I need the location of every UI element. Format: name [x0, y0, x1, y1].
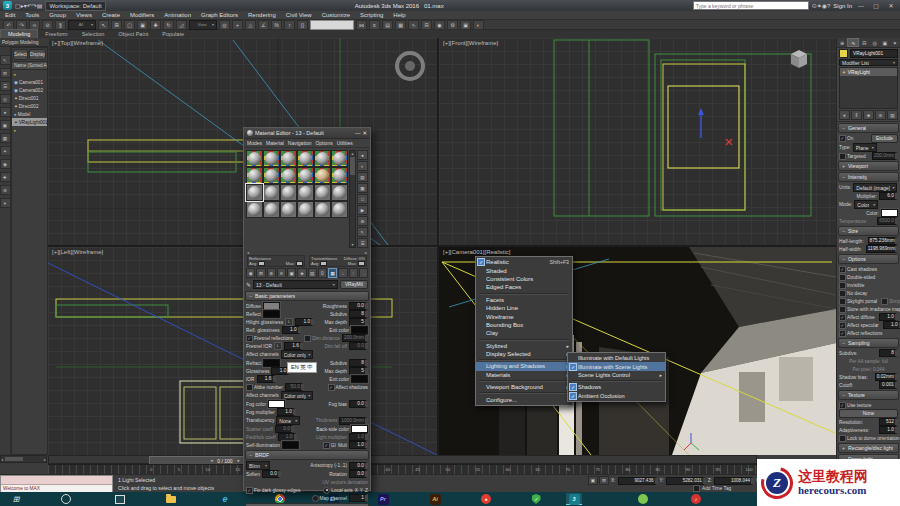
material-sample-slot[interactable]	[280, 167, 297, 184]
explorer-lock-icon[interactable]: ◎	[0, 94, 11, 104]
illustrator-icon[interactable]: Ai	[427, 493, 443, 505]
me-menu-options[interactable]: Options	[315, 140, 332, 146]
menu-item-group[interactable]: Group	[44, 12, 71, 18]
dropdown[interactable]: Color only▾	[281, 350, 314, 359]
motion-tab[interactable]: ◎	[870, 38, 880, 47]
modifier-stack-item[interactable]: ✦VRayLight	[840, 68, 897, 76]
material-sample-slot[interactable]	[246, 184, 263, 201]
explorer-pick-icon[interactable]: ↖	[0, 55, 11, 65]
curve-editor-icon[interactable]: ∿	[408, 20, 419, 30]
me-menu-navigation[interactable]: Navigation	[288, 140, 312, 146]
security-shield-icon[interactable]: ✓	[528, 493, 544, 505]
context-item-realistic[interactable]: ✓RealisticShift+F3	[476, 258, 572, 266]
create-tab[interactable]: ⊕	[837, 38, 847, 47]
light-rollout-sampling[interactable]: −Sampling	[838, 338, 899, 348]
menu-item-graph-editors[interactable]: Graph Editors	[196, 12, 243, 18]
radio-local-axis[interactable]: Local axis	[323, 487, 352, 494]
maxscript-mini-listener[interactable]: Welcome to MAX	[0, 475, 113, 493]
explorer-filter-camera-icon[interactable]: ◉	[0, 159, 11, 169]
mirror-icon[interactable]: ⋈	[356, 20, 367, 30]
select-object-icon[interactable]: ↖	[98, 20, 109, 30]
select-and-manipulate-icon[interactable]: +	[232, 20, 243, 30]
context-item-shaded[interactable]: Shaded	[476, 266, 572, 274]
object-name-field[interactable]: VRayLight001	[850, 49, 898, 58]
ribbon-panel-label[interactable]: Polygon Modeling	[0, 38, 48, 47]
explorer-column-header[interactable]: Name (Sorted As	[12, 61, 47, 70]
value-spinner[interactable]: 1	[349, 494, 368, 502]
context-item-bounding-box[interactable]: Bounding Box	[476, 321, 572, 329]
context-item-edged-faces[interactable]: Edged Faces	[476, 283, 572, 291]
checkbox-skylight-portal[interactable]: Skylight portal	[839, 298, 877, 305]
explorer-item-model[interactable]: ●Model	[12, 110, 47, 118]
checkbox-double-sided[interactable]: Double-sided	[839, 274, 875, 281]
hierarchy-tab[interactable]: ⊟	[859, 38, 869, 47]
red-media-app-icon[interactable]: ●	[478, 493, 494, 505]
material-sample-slot[interactable]	[246, 150, 263, 167]
explorer-display-button[interactable]: Display	[29, 49, 46, 60]
explorer-filter-helper-icon[interactable]: ✚	[0, 172, 11, 182]
exclude-button[interactable]: Exclude	[871, 134, 898, 143]
checkbox-fix-dark-glossy-edges[interactable]: ✓Fix dark glossy edges	[246, 487, 300, 494]
viewport-front[interactable]: [+][Front][Wireframe]	[439, 38, 836, 245]
color-swatch[interactable]	[282, 441, 299, 449]
value-spinner[interactable]: 0.001	[879, 381, 898, 389]
checkbox-no-decay[interactable]: No decay	[839, 290, 867, 297]
context-item-wireframe[interactable]: Wireframe	[476, 312, 572, 320]
bind-to-space-warp-icon[interactable]: §	[55, 20, 66, 30]
material-sample-slot[interactable]	[280, 150, 297, 167]
value-spinner[interactable]: 50.0	[285, 383, 304, 391]
material-rollout-basic-parameters[interactable]: −Basic parameters	[245, 291, 369, 301]
material-sample-slot[interactable]	[331, 167, 348, 184]
explorer-list-icon[interactable]: ☰	[0, 81, 11, 91]
reset-map-icon[interactable]: ✕	[277, 268, 286, 278]
premiere-icon[interactable]: Pr	[375, 493, 391, 505]
radio-map-channel[interactable]: Map channel	[312, 495, 347, 502]
task-view-button[interactable]	[112, 493, 128, 505]
time-slider-next-icon[interactable]: ►	[237, 458, 241, 463]
light-rollout-general[interactable]: −General	[838, 123, 899, 133]
angle-snap-icon[interactable]: ∠	[258, 20, 269, 30]
checkbox-gi[interactable]: ✓GI	[323, 442, 336, 449]
viewport-top-label[interactable]: [+][Top][Wireframe]	[52, 40, 103, 46]
select-and-rotate-icon[interactable]: ↻	[163, 20, 174, 30]
explorer-filter-geometry-icon[interactable]: ▦	[0, 133, 11, 143]
minimize-button[interactable]: —	[855, 3, 867, 9]
material-sample-slot[interactable]	[280, 201, 297, 218]
ribbon-tab-object-paint[interactable]: Object Paint	[111, 30, 155, 38]
rendered-frame-window-icon[interactable]: ▣	[460, 20, 471, 30]
project-folder-icon[interactable]: ▤	[37, 3, 43, 9]
explorer-item-camera001[interactable]: ◉Camera001	[12, 78, 47, 86]
absolute-mode-toggle-icon[interactable]: ⊞	[599, 476, 609, 485]
get-material-icon[interactable]: ◉	[246, 268, 255, 278]
material-name-dropdown[interactable]: 13 - Default▾	[253, 280, 338, 289]
viewport-front-label[interactable]: [+][Front][Wireframe]	[443, 40, 498, 46]
start-button[interactable]: ⊞	[8, 493, 24, 505]
checkbox-on[interactable]: ✓On	[839, 135, 853, 142]
material-sample-slot[interactable]	[263, 150, 280, 167]
selection-lock-toggle-icon[interactable]: ▣	[588, 476, 598, 485]
material-sample-slot[interactable]	[246, 201, 263, 218]
close-button[interactable]: ✕	[885, 2, 897, 9]
context-item-configure[interactable]: Configure...	[476, 395, 572, 403]
light-rollout-options[interactable]: −Options	[838, 254, 899, 264]
sign-in-button[interactable]: Sign In	[833, 3, 852, 9]
value-spinner[interactable]: 0.0	[275, 425, 294, 433]
submenu-item-shadows[interactable]: ✓Shadows	[568, 383, 665, 391]
light-rollout-rectangle-disc-light[interactable]: +Rectangle/disc light	[838, 443, 899, 453]
x-coordinate-field[interactable]: 9027.436	[618, 477, 658, 485]
checkbox-fresnel-reflections[interactable]: ✓Fresnel reflections	[246, 335, 293, 342]
reflect-subdivs-spinner[interactable]: 8	[349, 310, 368, 318]
material-sample-slot[interactable]	[314, 184, 331, 201]
modify-tab[interactable]: ∿	[847, 38, 859, 47]
value-spinner[interactable]: 6500.0	[877, 217, 898, 225]
context-item-display-selected[interactable]: Display Selected▸	[476, 350, 572, 358]
diffuse-color-swatch[interactable]	[263, 302, 280, 310]
rectangular-selection-icon[interactable]: ▢	[124, 20, 135, 30]
value-spinner[interactable]: 1000.0mm	[339, 417, 368, 425]
value-spinner[interactable]: 1.0	[349, 433, 368, 441]
half-length-spinner[interactable]: 875.236mm	[868, 237, 898, 245]
value-spinner[interactable]: 200.0mm	[872, 152, 898, 160]
value-spinner[interactable]: 512	[879, 418, 898, 426]
modifier-list-dropdown[interactable]: Modifier List▾	[839, 59, 898, 66]
material-sample-slot[interactable]	[314, 167, 331, 184]
